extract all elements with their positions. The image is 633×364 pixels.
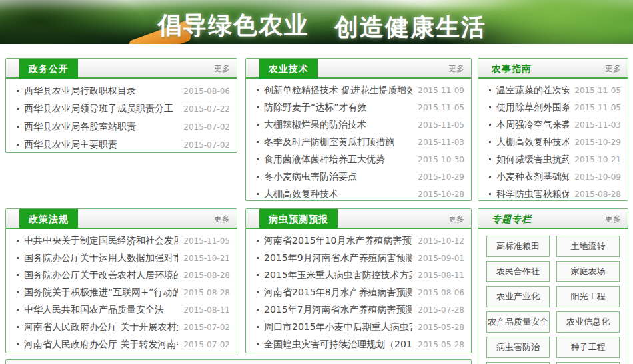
item-title[interactable]: 小麦种衣剂基础知 [488, 171, 569, 183]
item-title[interactable]: 食用菌液体菌种培养五大优势 [255, 154, 412, 166]
item-title[interactable]: 本周强冷空气来袭 [488, 119, 569, 131]
list-item[interactable]: 2015年9月河南省水产养殖病害预测预报2015-09-01 [255, 250, 464, 267]
item-title[interactable]: 河南省2015年10月水产养殖病害预测预报 [255, 235, 412, 247]
item-date: 2015-05-28 [418, 340, 464, 349]
item-title[interactable]: 2015年7月河南省水产养殖病害预测预报 [255, 304, 412, 316]
list-item[interactable]: 西华县农业局领导班子成员职责分工2015-07-22 [15, 100, 230, 118]
more-link[interactable]: 更多 [214, 209, 230, 229]
more-link[interactable]: 更多 [448, 209, 464, 229]
topic-button-pest-control[interactable]: 病虫害防治 [486, 337, 550, 358]
tab-policy[interactable]: 政策法规 [19, 209, 78, 229]
item-title[interactable]: 河南省人民政府办公厅 关于转发河南省进一 [15, 339, 178, 351]
item-title[interactable]: 西华县农业局主要职责 [15, 139, 178, 151]
list-item[interactable]: 西华县农业局各股室站职责2015-07-02 [15, 118, 230, 136]
list-item[interactable]: 冬小麦病虫害防治要点2015-10-29 [255, 168, 464, 186]
list-item[interactable]: 创新单粒精播技术 促进花生提质增效2015-11-09 [255, 82, 464, 99]
item-date: 2015-07-02 [183, 122, 230, 132]
more-link[interactable]: 更多 [448, 59, 464, 79]
list-item[interactable]: 西华县农业局行政职权目录2015-08-06 [15, 82, 230, 100]
panel-header: 农业技术 更多 [246, 59, 471, 79]
item-title[interactable]: 科学防虫害秋粮保 [488, 188, 569, 200]
item-title[interactable]: 使用除草剂外围条 [488, 102, 569, 114]
item-title[interactable]: 防除野麦子“达标”才有效 [255, 102, 412, 114]
topic-button-agri-industrialization[interactable]: 农业产业化 [486, 286, 550, 307]
list-item[interactable]: 中华人民共和国农产品质量安全法2015-08-11 [15, 301, 230, 319]
list-item[interactable]: 河南省2015年10月水产养殖病害预测预报2015-10-12 [255, 232, 464, 250]
item-title[interactable]: 河南省人民政府办公厅 关于开展农村土地承 [15, 321, 178, 333]
list-item[interactable]: 食用菌液体菌种培养五大优势2015-10-30 [255, 151, 464, 168]
topic-button-farmer-coops[interactable]: 农民合作社 [486, 261, 550, 282]
item-title[interactable]: 如何减缓害虫抗药 [488, 154, 569, 166]
list-item[interactable]: 小麦种衣剂基础知2015-10-09 [488, 168, 621, 186]
item-title[interactable]: 中华人民共和国农产品质量安全法 [15, 304, 178, 316]
tab-gov-affairs[interactable]: 政务公开 [19, 59, 78, 79]
list-item[interactable]: 科学防虫害秋粮保2015-08-28 [488, 186, 621, 201]
item-date: 2015-08-28 [574, 190, 621, 199]
list-item[interactable]: 防除野麦子“达标”才有效2015-11-05 [255, 99, 464, 116]
item-title[interactable]: 大棚高效复种技术 [255, 188, 412, 200]
more-link[interactable]: 更多 [605, 209, 621, 229]
item-title[interactable]: 全国蝗虫灾害可持续治理规划（2014-2020年 [255, 339, 412, 351]
tab-agri-tech[interactable]: 农业技术 [259, 59, 318, 79]
topic-button-family-farms[interactable]: 家庭农场 [556, 261, 620, 282]
list-item[interactable]: 2015年7月河南省水产养殖病害预测预报2015-07-28 [255, 301, 464, 319]
item-title[interactable]: 西华县农业局领导班子成员职责分工 [15, 103, 178, 115]
list-item[interactable]: 大棚高效复种技术2015-10-28 [255, 186, 464, 201]
list-item[interactable]: 国务院关于积极推进“互联网+”行动的指导2015-08-28 [15, 284, 230, 301]
item-title[interactable]: 2015年9月河南省水产养殖病害预测预报 [255, 252, 412, 264]
topic-button-land-transfer[interactable]: 土地流转 [556, 236, 620, 257]
item-title[interactable]: 周口市2015年小麦中后期重大病虫害发生趋 [255, 321, 412, 333]
tab-pest-forecast[interactable]: 病虫预测预报 [259, 209, 338, 229]
item-title[interactable]: 大棚高效复种技术 [488, 136, 569, 148]
topic-button-product-quality-safety[interactable]: 农产品质量安全 [486, 311, 550, 333]
item-date: 2015-08-11 [183, 305, 230, 315]
list-item[interactable]: 大棚高效复种技术2015-10-29 [488, 134, 621, 151]
item-title[interactable]: 创新单粒精播技术 促进花生提质增效 [255, 85, 412, 96]
list-item[interactable]: 河南省人民政府办公厅 关于转发河南省进一2015-07-02 [15, 336, 230, 353]
list-item[interactable]: 中共中央关于制定国民经济和社会发展第十2015-11-05 [15, 232, 230, 250]
item-title[interactable]: 西华县农业局行政职权目录 [15, 85, 178, 97]
item-title[interactable]: 大棚辣椒烂果的防治技术 [255, 119, 412, 131]
topic-button-grain-fields[interactable]: 高标准粮田 [486, 236, 550, 257]
item-title[interactable]: 国务院关于积极推进“互联网+”行动的指导 [15, 287, 178, 299]
list-item[interactable]: 周口市2015年小麦中后期重大病虫害发生趋2015-05-28 [255, 319, 464, 336]
more-link[interactable]: 更多 [605, 59, 621, 79]
topic-button-seed-project[interactable]: 种子工程 [556, 337, 620, 358]
list-item[interactable]: 全国蝗虫灾害可持续治理规划（2014-2020年2015-05-28 [255, 336, 464, 353]
item-date: 2015-10-12 [418, 236, 464, 246]
list-item[interactable]: 冬季及时严防棚室黄瓜打顶措施2015-11-03 [255, 134, 464, 151]
list-item[interactable]: 使用除草剂外围条2015-11-05 [488, 99, 621, 116]
panel-pest-forecast: 病虫预测预报 更多 河南省2015年10月水产养殖病害预测预报2015-10-1… [245, 208, 472, 353]
item-title[interactable]: 西华县农业局各股室站职责 [15, 121, 178, 133]
banner-slogan-right: 创造健康生活 [334, 11, 486, 44]
title-special-topics: 专题专栏 [492, 209, 532, 229]
item-title[interactable]: 河南省2015年8月水产养殖病害预测预报 [255, 287, 412, 299]
item-title[interactable]: 温室蔬菜的茬次安 [488, 85, 569, 96]
panel-header: 病虫预测预报 更多 [246, 209, 471, 229]
item-title[interactable]: 冬季及时严防棚室黄瓜打顶措施 [255, 136, 412, 148]
item-date: 2015-11-05 [418, 103, 464, 112]
item-date: 2015-08-28 [183, 288, 230, 297]
list-item[interactable]: 大棚辣椒烂果的防治技术2015-11-05 [255, 116, 464, 134]
item-title[interactable]: 中共中央关于制定国民经济和社会发展第十 [15, 235, 178, 247]
list-item[interactable]: 西华县农业局主要职责2015-07-02 [15, 136, 230, 153]
item-title[interactable]: 国务院办公厅关于改善农村人居环境的指导 [15, 270, 178, 281]
topic-button-sunshine-project[interactable]: 阳光工程 [556, 286, 620, 307]
list-item[interactable]: 国务院办公厅关于运用大数据加强对市场主2015-10-21 [15, 250, 230, 267]
topic-button-agri-informatization[interactable]: 农业信息化 [556, 311, 620, 333]
list-item[interactable]: 国务院办公厅关于改善农村人居环境的指导2015-08-28 [15, 267, 230, 284]
list-item[interactable]: 温室蔬菜的茬次安2015-11-05 [488, 82, 621, 99]
banner-slogan-left: 倡导绿色农业 [157, 9, 309, 42]
item-date: 2015-10-29 [418, 172, 464, 182]
guide-news-list: 温室蔬菜的茬次安2015-11-05 使用除草剂外围条2015-11-05 本周… [478, 79, 628, 201]
list-item[interactable]: 河南省2015年8月水产养殖病害预测预报2015-08-06 [255, 284, 464, 301]
more-link[interactable]: 更多 [214, 59, 230, 79]
list-item[interactable]: 本周强冷空气来袭2015-11-03 [488, 116, 621, 134]
list-item[interactable]: 如何减缓害虫抗药2015-10-21 [488, 151, 621, 168]
item-title[interactable]: 国务院办公厅关于运用大数据加强对市场主 [15, 252, 178, 264]
list-item[interactable]: 2015年玉米重大病虫害防控技术方案2015-08-11 [255, 267, 464, 284]
panel-policy: 政策法规 更多 中共中央关于制定国民经济和社会发展第十2015-11-05 国务… [5, 208, 237, 353]
list-item[interactable]: 河南省人民政府办公厅 关于开展农村土地承2015-07-02 [15, 319, 230, 336]
item-title[interactable]: 2015年玉米重大病虫害防控技术方案 [255, 270, 412, 281]
item-title[interactable]: 冬小麦病虫害防治要点 [255, 171, 412, 183]
